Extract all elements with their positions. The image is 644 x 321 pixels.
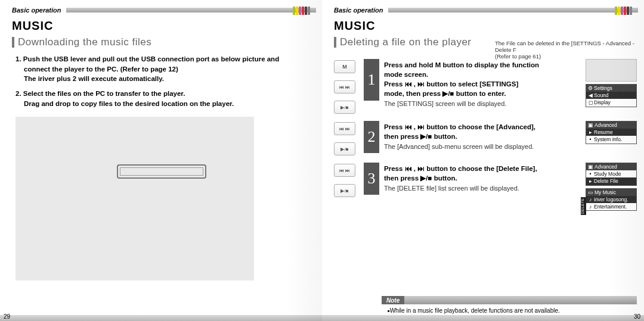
header-rule bbox=[388, 8, 638, 13]
subheading: Downloading the music files bbox=[12, 36, 316, 48]
subhead-text: Downloading the music files bbox=[18, 36, 151, 48]
rew-fwd-button-icon: ⏮⏭ bbox=[334, 164, 355, 177]
playstop-button-icon: ▶/■ bbox=[334, 184, 355, 197]
screenshot-placeholder bbox=[16, 117, 254, 281]
para2-line2: Drag and drop to copy files to the desir… bbox=[24, 99, 316, 109]
step-2-text: Press ⏮ , ⏭ button to choose the [Advanc… bbox=[384, 121, 581, 152]
note-label: Note bbox=[382, 296, 404, 304]
rew-fwd-button-icon: ⏮⏭ bbox=[334, 122, 355, 135]
step-number-3: 3 bbox=[364, 163, 379, 195]
note-text: While in a music file playback, delete f… bbox=[388, 307, 560, 314]
note-bar: Note bbox=[382, 296, 637, 304]
vbar-icon bbox=[12, 37, 14, 48]
page-header: Basic operation bbox=[334, 5, 638, 15]
step-3-text: Press ⏮ , ⏭ button to choose the [Delete… bbox=[384, 163, 581, 194]
vbar-icon bbox=[334, 37, 336, 48]
page-header: Basic operation bbox=[12, 5, 316, 15]
step-2: ⏮⏭ ▶/■ 2 Press ⏮ , ⏭ button to choose th… bbox=[334, 121, 638, 155]
delete-tab-label: DELETE bbox=[581, 197, 586, 215]
para2-line1: 2. Select the files on the PC to transfe… bbox=[16, 90, 185, 97]
rew-fwd-button-icon: ⏮⏭ bbox=[334, 80, 355, 94]
button-col: ⏮⏭ ▶/■ bbox=[334, 121, 359, 155]
para1-line1: 1. Push the USB lever and pull out the U… bbox=[16, 55, 279, 63]
step-3: ⏮⏭ ▶/■ 3 Press ⏮ , ⏭ button to choose th… bbox=[334, 163, 638, 213]
footer-rule bbox=[0, 315, 322, 321]
playstop-button-icon: ▶/■ bbox=[334, 142, 355, 155]
button-col: ⏮⏭ ▶/■ bbox=[334, 163, 359, 197]
instruction-block: 1. Push the USB lever and pull out the U… bbox=[16, 54, 316, 108]
header-category: Basic operation bbox=[334, 7, 383, 14]
section-title: MUSIC bbox=[12, 19, 316, 33]
footer-rule bbox=[322, 315, 644, 321]
page-number: 29 bbox=[4, 313, 10, 320]
para1-line2: connect the player to the PC. (Refer to … bbox=[24, 64, 316, 74]
section-title: MUSIC bbox=[334, 19, 638, 33]
button-col: M ⏮⏭ ▶/■ bbox=[334, 59, 359, 114]
usb-slot-illustration bbox=[117, 164, 206, 179]
step-number-2: 2 bbox=[364, 121, 379, 153]
subhead-text: Deleting a file on the player bbox=[340, 36, 472, 48]
header-rule bbox=[66, 8, 316, 13]
playstop-button-icon: ▶/■ bbox=[334, 101, 355, 114]
m-button-icon: M bbox=[334, 60, 355, 73]
para1-line3: The iriver plus 2 will execute automatic… bbox=[24, 74, 316, 84]
step-1: M ⏮⏭ ▶/■ 1 Press and hold M button to di… bbox=[334, 59, 638, 114]
step-1-text: Press and hold M button to display the f… bbox=[384, 59, 581, 109]
step-number-1: 1 bbox=[364, 59, 379, 101]
header-category: Basic operation bbox=[12, 7, 61, 14]
